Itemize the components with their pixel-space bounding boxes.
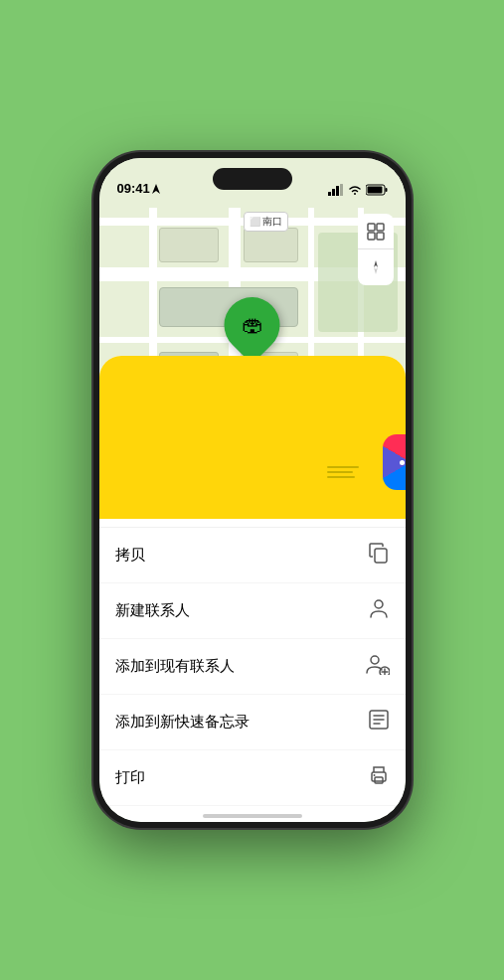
note-icon bbox=[368, 709, 390, 735]
svg-point-18 bbox=[375, 600, 383, 608]
menu-item-print[interactable]: 打印 bbox=[99, 750, 406, 806]
new-contact-label: 新建联系人 bbox=[115, 601, 190, 620]
printer-svg-icon bbox=[368, 764, 390, 786]
time-display: 09:41 bbox=[117, 181, 150, 196]
svg-rect-3 bbox=[336, 186, 339, 196]
person-add-svg-icon bbox=[366, 653, 390, 675]
note-svg-icon bbox=[368, 709, 390, 731]
svg-marker-13 bbox=[374, 267, 378, 274]
menu-item-new-contact[interactable]: 新建联系人 bbox=[99, 583, 406, 639]
home-indicator-area bbox=[99, 806, 406, 822]
map-label: ⬜ 南口 bbox=[244, 212, 288, 232]
svg-rect-4 bbox=[340, 184, 343, 196]
menu-item-copy[interactable]: 拷贝 bbox=[99, 528, 406, 583]
svg-marker-12 bbox=[374, 260, 378, 267]
svg-rect-28 bbox=[375, 777, 383, 783]
menu-item-add-contact[interactable]: 添加到现有联系人 bbox=[99, 639, 406, 695]
printer-icon bbox=[368, 764, 390, 791]
phone-frame: 09:41 bbox=[93, 152, 412, 828]
signal-icon bbox=[328, 184, 344, 196]
svg-marker-0 bbox=[152, 184, 160, 194]
status-time: 09:41 bbox=[117, 181, 160, 196]
svg-rect-9 bbox=[377, 224, 384, 231]
svg-rect-7 bbox=[367, 187, 382, 194]
location-button[interactable] bbox=[358, 249, 394, 285]
quick-note-label: 添加到新快速备忘录 bbox=[115, 713, 250, 732]
share-notes[interactable]: 备忘录 bbox=[312, 434, 374, 513]
map-type-icon bbox=[367, 223, 385, 241]
battery-icon bbox=[366, 184, 388, 196]
svg-rect-6 bbox=[385, 188, 387, 192]
copy-label: 拷贝 bbox=[115, 546, 145, 565]
notes-selected-border bbox=[313, 434, 373, 494]
person-icon bbox=[368, 597, 390, 624]
svg-point-29 bbox=[373, 774, 375, 776]
phone-screen: 09:41 bbox=[99, 158, 406, 822]
svg-rect-1 bbox=[328, 192, 331, 196]
map-label-text: 南口 bbox=[262, 215, 282, 229]
menu-items: 拷贝 新建联系人 bbox=[99, 527, 406, 806]
add-contact-label: 添加到现有联系人 bbox=[115, 657, 235, 676]
more-icon-wrap bbox=[383, 434, 406, 490]
map-type-button[interactable] bbox=[358, 214, 394, 249]
svg-rect-10 bbox=[368, 233, 375, 240]
svg-rect-11 bbox=[377, 233, 384, 240]
svg-rect-8 bbox=[368, 224, 375, 231]
pin-icon: 🏟 bbox=[242, 312, 263, 338]
svg-rect-2 bbox=[332, 189, 335, 196]
location-arrow-icon bbox=[152, 184, 160, 194]
print-label: 打印 bbox=[115, 768, 145, 787]
notes-icon-wrap bbox=[317, 438, 369, 490]
status-icons bbox=[328, 184, 388, 196]
wifi-icon bbox=[348, 184, 362, 196]
copy-icon bbox=[368, 542, 390, 569]
person-svg-icon bbox=[368, 597, 390, 619]
compass-icon bbox=[368, 259, 384, 275]
share-actions-row: 隔空投送 信息 bbox=[99, 420, 406, 527]
home-indicator bbox=[203, 814, 302, 818]
copy-svg-icon bbox=[368, 542, 390, 564]
svg-point-19 bbox=[371, 656, 379, 664]
bottom-sheet: 🏟 香港体育馆 综合体育馆 · 香港特别行政区 油尖旺区 × bbox=[99, 356, 406, 822]
menu-item-quick-note[interactable]: 添加到新快速备忘录 bbox=[99, 695, 406, 750]
svg-rect-17 bbox=[375, 549, 387, 563]
map-controls[interactable] bbox=[358, 214, 394, 285]
person-add-icon bbox=[366, 653, 390, 680]
dynamic-island bbox=[213, 168, 292, 190]
